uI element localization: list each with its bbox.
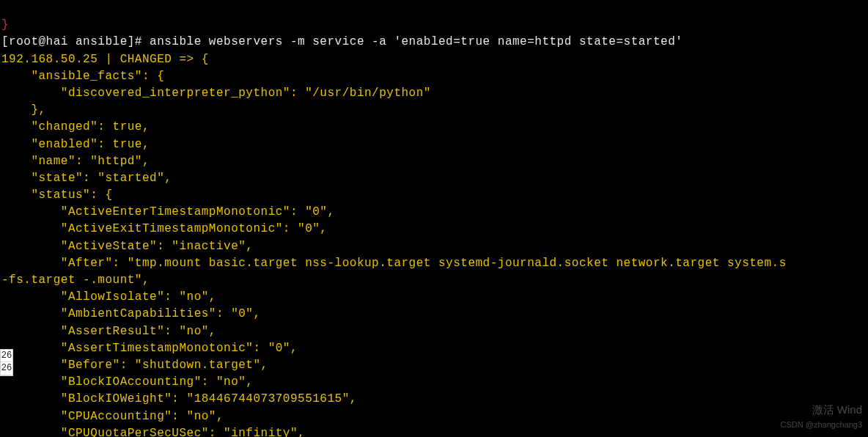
output-line: }, bbox=[1, 103, 46, 117]
output-line: "AssertTimestampMonotonic": "0", bbox=[1, 342, 298, 355]
output-line: "name": "httpd", bbox=[1, 155, 150, 168]
gutter-mark: 26 bbox=[1, 350, 12, 362]
output-line: "Before": "shutdown.target", bbox=[1, 359, 268, 372]
output-line: "CPUAccounting": "no", bbox=[1, 410, 224, 423]
output-line: "ActiveExitTimestampMonotonic": "0", bbox=[1, 222, 327, 235]
windows-activation-watermark: 激活 Wind bbox=[812, 402, 862, 418]
output-line: "BlockIOWeight": "18446744073709551615", bbox=[1, 392, 357, 405]
output-line: "AssertResult": "no", bbox=[1, 325, 216, 338]
output-line: "ActiveState": "inactive", bbox=[1, 240, 253, 253]
gutter-mark: 26 bbox=[1, 362, 12, 375]
output-line: "ActiveEnterTimestampMonotonic": "0", bbox=[1, 205, 335, 218]
output-line: "changed": true, bbox=[1, 120, 150, 133]
side-gutter: 26 26 bbox=[0, 349, 13, 376]
output-line: "BlockIOAccounting": "no", bbox=[1, 375, 253, 389]
output-line: "enabled": true, bbox=[1, 138, 150, 151]
host-result-line: 192.168.50.25 | CHANGED => { bbox=[1, 53, 209, 66]
output-line: "AmbientCapabilities": "0", bbox=[1, 307, 261, 320]
output-line: "status": { bbox=[1, 188, 113, 202]
csdn-watermark: CSDN @zhangchang3 bbox=[781, 419, 862, 431]
output-continuation: -fs.target -.mount", bbox=[1, 273, 150, 287]
shell-command[interactable]: ansible webservers -m service -a 'enable… bbox=[150, 35, 683, 48]
output-line: "state": "started", bbox=[1, 172, 172, 185]
shell-prompt: [root@hai ansible]# bbox=[1, 35, 150, 48]
output-line: "CPUQuotaPerSecUSec": "infinity", bbox=[1, 427, 305, 437]
output-line: "ansible_facts": { bbox=[1, 70, 164, 83]
output-line: "After": "tmp.mount basic.target nss-loo… bbox=[1, 257, 787, 270]
output-line: "AllowIsolate": "no", bbox=[1, 290, 216, 304]
output-line: "discovered_interpreter_python": "/usr/b… bbox=[1, 87, 431, 100]
terminal-output: } [root@hai ansible]# ansible webservers… bbox=[0, 0, 868, 437]
prev-close-brace: } bbox=[1, 18, 9, 32]
